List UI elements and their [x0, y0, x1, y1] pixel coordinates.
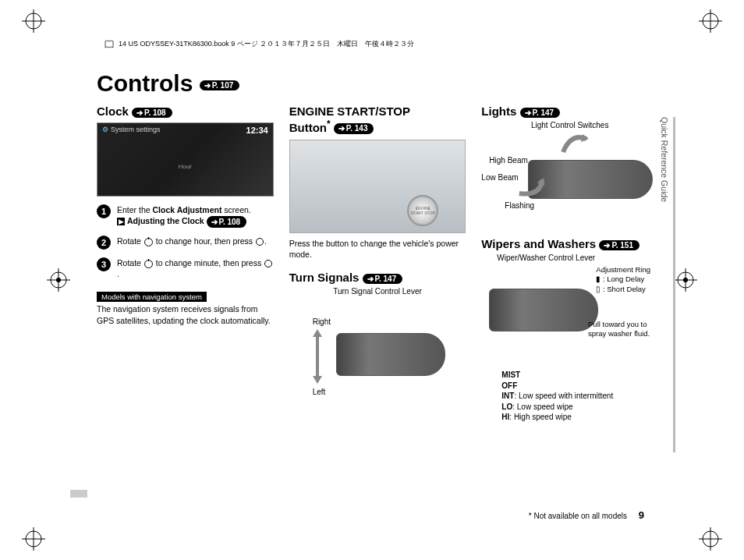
arrow-right-icon: ➔: [338, 124, 345, 133]
engine-button-image: ENGINE START STOP: [289, 140, 466, 233]
engine-start-stop-button-icon: ENGINE START STOP: [407, 195, 438, 226]
header-metadata: 14 US ODYSSEY-31TK86300.book 9 ページ ２０１３年…: [105, 39, 414, 49]
rotate-dial-icon: [144, 238, 153, 246]
lo-label: LO: [501, 402, 512, 411]
curved-arrow-icon: [559, 133, 590, 156]
wiper-settings-list: MIST OFF INT: Low speed with intermitten…: [501, 370, 658, 423]
crop-mark-icon: [699, 527, 722, 551]
mist-label: MIST: [501, 370, 520, 379]
model-badge: Models with navigation system: [97, 292, 207, 302]
step-2: 2 Rotate to change hour, then press .: [97, 236, 274, 250]
column-clock: Clock ➔P. 108 ⚙System settings 12:34 Hou…: [97, 101, 274, 423]
link-arrow-icon: ▶: [117, 218, 125, 225]
turn-signals-heading: Turn Signals ➔P. 147: [289, 271, 466, 284]
footer: * Not available on all models 9: [98, 509, 644, 521]
press-button-icon: [256, 238, 264, 246]
light-switches-label: Light Control Switches: [481, 121, 658, 129]
side-accent-bar: [673, 117, 675, 452]
clock-heading: Clock ➔P. 108: [97, 105, 274, 118]
page-reference-badge: ➔P. 108: [207, 216, 247, 229]
crop-mark-icon: [22, 527, 45, 551]
up-down-arrow-icon: [311, 329, 324, 384]
screen-hour-label: Hour: [179, 163, 192, 170]
engine-heading: ENGINE START/STOP Button* ➔P. 143: [289, 105, 466, 135]
column-engine-turn: ENGINE START/STOP Button* ➔P. 143 ENGINE…: [289, 101, 466, 423]
book-icon: [105, 40, 114, 49]
rotate-dial-icon: [144, 260, 153, 268]
step-number-icon: 1: [97, 204, 111, 218]
page-number: 9: [639, 509, 644, 521]
hi-label: HI: [501, 413, 509, 421]
adjustment-ring-labels: Adjustment Ring ▮ : Long Delay ▯ : Short…: [596, 265, 650, 294]
engine-desc-text: Press the button to change the vehicle's…: [289, 238, 466, 260]
step-1-text: Enter the Clock Adjustment screen. ▶Adju…: [117, 204, 251, 228]
turn-signal-diagram: Right Left: [289, 302, 466, 411]
crop-mark-icon: [22, 9, 45, 33]
gear-icon: ⚙: [102, 126, 108, 133]
header-metadata-text: 14 US ODYSSEY-31TK86300.book 9 ページ ２０１３年…: [119, 39, 414, 49]
svg-point-7: [683, 278, 688, 282]
side-section-label: Quick Reference Guide: [660, 117, 669, 202]
crop-mark-icon: [699, 9, 722, 33]
footnote-text: * Not available on all models: [529, 512, 627, 520]
alignment-mark-icon: [47, 268, 70, 292]
page-reference-badge: ➔P. 147: [520, 108, 561, 118]
page-reference-badge: ➔P. 143: [334, 123, 374, 134]
page-reference-badge: ➔P. 107: [200, 80, 240, 90]
lights-heading: Lights ➔P. 147: [481, 105, 658, 118]
int-label: INT: [501, 392, 514, 400]
turn-lever-label: Turn Signal Control Lever: [289, 287, 466, 296]
page-title-text: Controls: [97, 70, 193, 96]
page-title: Controls ➔P. 107: [97, 70, 658, 97]
page-reference-badge: ➔P. 147: [363, 274, 403, 284]
control-lever-image: [336, 333, 445, 376]
alignment-mark-icon: [674, 268, 697, 292]
step-1: 1 Enter the Clock Adjustment screen. ▶Ad…: [97, 204, 274, 228]
turn-right-label: Right: [313, 317, 331, 326]
step-number-icon: 2: [97, 236, 111, 250]
wiper-lever-label: Wiper/Washer Control Lever: [497, 253, 658, 262]
arrow-right-icon: ➔: [211, 217, 218, 228]
wipers-heading: Wipers and Washers ➔P. 151: [481, 237, 658, 250]
svg-point-5: [56, 278, 61, 282]
wipers-diagram: Adjustment Ring ▮ : Long Delay ▯ : Short…: [481, 265, 658, 367]
step-2-text: Rotate to change hour, then press .: [117, 236, 267, 246]
clock-screen-image: ⚙System settings 12:34 Hour: [97, 122, 274, 197]
arrow-right-icon: ➔: [136, 108, 143, 117]
turn-left-label: Left: [313, 388, 326, 396]
step-3-text: Rotate to change minute, then press .: [117, 257, 274, 279]
screen-time: 12:34: [246, 126, 268, 135]
column-lights-wipers: Lights ➔P. 147 Light Control Switches Hi…: [481, 101, 658, 423]
page-reference-badge: ➔P. 108: [132, 108, 172, 118]
low-beam-label: Low Beam: [481, 173, 518, 182]
arrow-right-icon: ➔: [525, 108, 531, 117]
high-beam-label: High Beam: [489, 156, 527, 165]
screen-settings-label: ⚙System settings: [102, 126, 161, 135]
arrow-right-icon: ➔: [367, 275, 374, 283]
gray-accent-bar: [70, 490, 87, 498]
step-3: 3 Rotate to change minute, then press .: [97, 257, 274, 279]
arrow-right-icon: ➔: [604, 241, 610, 250]
step-number-icon: 3: [97, 257, 111, 271]
press-button-icon: [264, 260, 272, 268]
clock-note-text: The navigation system receives signals f…: [97, 303, 274, 325]
asterisk-footnote-marker: *: [327, 119, 331, 129]
off-label: OFF: [501, 381, 517, 390]
page-reference-badge: ➔P. 151: [599, 240, 639, 250]
lights-diagram: High Beam Low Beam Flashing: [481, 133, 658, 234]
pull-spray-label: Pull toward you to spray washer fluid.: [588, 320, 650, 339]
control-lever-image: [489, 289, 598, 331]
arrow-right-icon: ➔: [204, 81, 211, 90]
